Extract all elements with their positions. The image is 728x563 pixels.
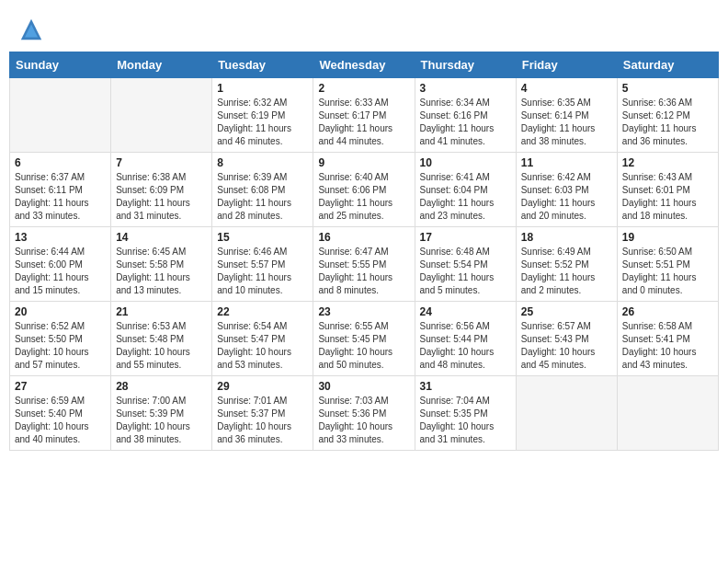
day-info: Sunrise: 6:35 AMSunset: 6:14 PMDaylight:… [521,97,612,148]
calendar-table: Sunday Monday Tuesday Wednesday Thursday… [9,52,719,451]
table-row: 23Sunrise: 6:55 AMSunset: 5:45 PMDayligh… [313,302,415,376]
calendar-week-row: 27Sunrise: 6:59 AMSunset: 5:40 PMDayligh… [10,376,719,451]
col-thursday: Thursday [415,52,516,78]
day-number: 6 [15,156,106,169]
day-number: 29 [217,380,308,393]
table-row [617,376,718,451]
day-info: Sunrise: 6:36 AMSunset: 6:12 PMDaylight:… [622,97,713,148]
day-number: 17 [420,231,511,244]
day-number: 15 [217,231,308,244]
table-row: 22Sunrise: 6:54 AMSunset: 5:47 PMDayligh… [212,302,313,376]
col-saturday: Saturday [617,52,718,78]
day-info: Sunrise: 6:44 AMSunset: 6:00 PMDaylight:… [15,246,106,297]
table-row [516,376,617,451]
day-info: Sunrise: 6:41 AMSunset: 6:04 PMDaylight:… [420,171,511,223]
day-info: Sunrise: 6:45 AMSunset: 5:58 PMDaylight:… [116,246,207,297]
day-info: Sunrise: 7:04 AMSunset: 5:35 PMDaylight:… [420,395,511,446]
day-number: 9 [318,156,409,169]
col-sunday: Sunday [10,52,111,78]
table-row: 24Sunrise: 6:56 AMSunset: 5:44 PMDayligh… [415,302,516,376]
table-row: 20Sunrise: 6:52 AMSunset: 5:50 PMDayligh… [10,302,111,376]
table-row: 10Sunrise: 6:41 AMSunset: 6:04 PMDayligh… [415,153,516,227]
col-friday: Friday [516,52,617,78]
day-info: Sunrise: 6:57 AMSunset: 5:43 PMDaylight:… [521,320,612,372]
calendar-week-row: 6Sunrise: 6:37 AMSunset: 6:11 PMDaylight… [10,153,719,227]
page: Sunday Monday Tuesday Wednesday Thursday… [0,0,728,563]
calendar-header-row: Sunday Monday Tuesday Wednesday Thursday… [10,52,719,78]
day-info: Sunrise: 6:49 AMSunset: 5:52 PMDaylight:… [521,246,612,297]
day-info: Sunrise: 6:40 AMSunset: 6:06 PMDaylight:… [318,171,409,223]
day-number: 27 [15,380,106,393]
col-monday: Monday [111,52,212,78]
day-info: Sunrise: 6:42 AMSunset: 6:03 PMDaylight:… [521,171,612,223]
day-info: Sunrise: 6:37 AMSunset: 6:11 PMDaylight:… [15,171,106,223]
day-number: 4 [521,82,612,95]
day-number: 24 [420,305,511,318]
header [0,0,728,52]
day-number: 31 [420,380,511,393]
day-number: 5 [622,82,713,95]
day-info: Sunrise: 6:34 AMSunset: 6:16 PMDaylight:… [420,97,511,148]
day-info: Sunrise: 6:38 AMSunset: 6:09 PMDaylight:… [116,171,207,223]
day-number: 14 [116,231,207,244]
day-number: 8 [217,156,308,169]
table-row: 19Sunrise: 6:50 AMSunset: 5:51 PMDayligh… [617,227,718,302]
day-info: Sunrise: 6:33 AMSunset: 6:17 PMDaylight:… [318,97,409,148]
table-row: 11Sunrise: 6:42 AMSunset: 6:03 PMDayligh… [516,153,617,227]
table-row: 28Sunrise: 7:00 AMSunset: 5:39 PMDayligh… [111,376,212,451]
table-row: 4Sunrise: 6:35 AMSunset: 6:14 PMDaylight… [516,78,617,153]
day-info: Sunrise: 6:59 AMSunset: 5:40 PMDaylight:… [15,395,106,446]
day-info: Sunrise: 6:54 AMSunset: 5:47 PMDaylight:… [217,320,308,372]
col-wednesday: Wednesday [313,52,415,78]
day-number: 26 [622,305,713,318]
table-row: 12Sunrise: 6:43 AMSunset: 6:01 PMDayligh… [617,153,718,227]
day-info: Sunrise: 7:01 AMSunset: 5:37 PMDaylight:… [217,395,308,446]
table-row: 30Sunrise: 7:03 AMSunset: 5:36 PMDayligh… [313,376,415,451]
logo-icon [18,17,44,42]
calendar-week-row: 13Sunrise: 6:44 AMSunset: 6:00 PMDayligh… [10,227,719,302]
table-row: 1Sunrise: 6:32 AMSunset: 6:19 PMDaylight… [212,78,313,153]
day-number: 3 [420,82,511,95]
day-info: Sunrise: 6:53 AMSunset: 5:48 PMDaylight:… [116,320,207,372]
day-info: Sunrise: 6:50 AMSunset: 5:51 PMDaylight:… [622,246,713,297]
day-info: Sunrise: 6:58 AMSunset: 5:41 PMDaylight:… [622,320,713,372]
day-info: Sunrise: 7:03 AMSunset: 5:36 PMDaylight:… [318,395,409,446]
day-info: Sunrise: 6:32 AMSunset: 6:19 PMDaylight:… [217,97,308,148]
day-info: Sunrise: 6:43 AMSunset: 6:01 PMDaylight:… [622,171,713,223]
day-number: 2 [318,82,409,95]
day-number: 23 [318,305,409,318]
table-row [111,78,212,153]
table-row: 25Sunrise: 6:57 AMSunset: 5:43 PMDayligh… [516,302,617,376]
table-row: 14Sunrise: 6:45 AMSunset: 5:58 PMDayligh… [111,227,212,302]
day-number: 21 [116,305,207,318]
table-row: 9Sunrise: 6:40 AMSunset: 6:06 PMDaylight… [313,153,415,227]
day-number: 19 [622,231,713,244]
day-number: 7 [116,156,207,169]
day-number: 13 [15,231,106,244]
table-row: 21Sunrise: 6:53 AMSunset: 5:48 PMDayligh… [111,302,212,376]
table-row: 16Sunrise: 6:47 AMSunset: 5:55 PMDayligh… [313,227,415,302]
day-info: Sunrise: 7:00 AMSunset: 5:39 PMDaylight:… [116,395,207,446]
col-tuesday: Tuesday [212,52,313,78]
day-number: 22 [217,305,308,318]
calendar-week-row: 1Sunrise: 6:32 AMSunset: 6:19 PMDaylight… [10,78,719,153]
day-info: Sunrise: 6:48 AMSunset: 5:54 PMDaylight:… [420,246,511,297]
table-row: 17Sunrise: 6:48 AMSunset: 5:54 PMDayligh… [415,227,516,302]
table-row: 31Sunrise: 7:04 AMSunset: 5:35 PMDayligh… [415,376,516,451]
table-row: 2Sunrise: 6:33 AMSunset: 6:17 PMDaylight… [313,78,415,153]
table-row: 5Sunrise: 6:36 AMSunset: 6:12 PMDaylight… [617,78,718,153]
day-number: 30 [318,380,409,393]
day-number: 20 [15,305,106,318]
day-number: 28 [116,380,207,393]
day-number: 18 [521,231,612,244]
logo [18,17,48,42]
table-row: 7Sunrise: 6:38 AMSunset: 6:09 PMDaylight… [111,153,212,227]
table-row: 26Sunrise: 6:58 AMSunset: 5:41 PMDayligh… [617,302,718,376]
day-info: Sunrise: 6:46 AMSunset: 5:57 PMDaylight:… [217,246,308,297]
table-row: 3Sunrise: 6:34 AMSunset: 6:16 PMDaylight… [415,78,516,153]
day-info: Sunrise: 6:52 AMSunset: 5:50 PMDaylight:… [15,320,106,372]
calendar-week-row: 20Sunrise: 6:52 AMSunset: 5:50 PMDayligh… [10,302,719,376]
table-row: 18Sunrise: 6:49 AMSunset: 5:52 PMDayligh… [516,227,617,302]
day-number: 25 [521,305,612,318]
table-row: 6Sunrise: 6:37 AMSunset: 6:11 PMDaylight… [10,153,111,227]
